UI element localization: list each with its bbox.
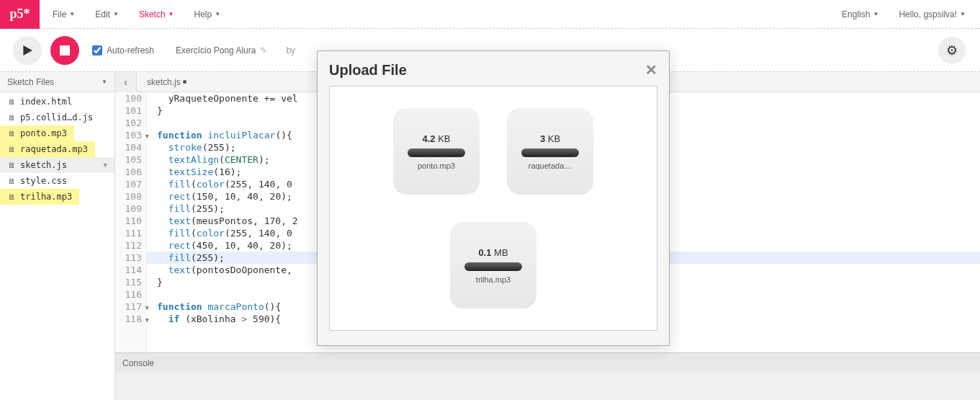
file-item[interactable]: 🗎index.html <box>0 94 114 110</box>
play-icon <box>22 45 32 55</box>
file-name: index.html <box>20 97 72 107</box>
line-number: 100 <box>115 92 142 105</box>
upload-filename: trilha.mp3 <box>476 275 511 284</box>
caret-down-icon: ▼ <box>104 161 107 169</box>
upload-file-card[interactable]: 4.2 KBponto.mp3 <box>393 108 480 195</box>
upload-dropzone[interactable]: 4.2 KBponto.mp33 KBraquetada…0.1 MBtrilh… <box>329 86 657 331</box>
sidebar-header[interactable]: Sketch Files ▼ <box>0 72 114 92</box>
caret-down-icon: ▼ <box>102 79 107 85</box>
sidebar: Sketch Files ▼ 🗎index.html🗎p5.collid…d.j… <box>0 72 115 400</box>
line-number: 114 <box>115 264 142 276</box>
svg-marker-0 <box>23 45 32 55</box>
line-number: 112 <box>115 239 142 252</box>
menu-help-label: Help <box>194 9 212 19</box>
stop-button[interactable] <box>50 36 79 65</box>
modal-title: Upload File <box>329 62 407 79</box>
upload-progress-bar <box>521 148 579 157</box>
stop-icon <box>60 45 70 55</box>
sidebar-title: Sketch Files <box>7 77 54 87</box>
line-number: 107 <box>115 178 142 190</box>
upload-size: 3 KB <box>540 133 560 144</box>
logo[interactable]: p5* <box>0 0 40 29</box>
caret-down-icon: ▼ <box>960 11 966 17</box>
file-name: style.css <box>20 176 67 186</box>
line-number: 115 <box>115 276 142 288</box>
menu-right: English ▼ Hello, gspsilva! ▼ <box>842 9 980 19</box>
sketch-name[interactable]: Exercício Pong Alura ✎ <box>176 45 267 55</box>
user-menu[interactable]: Hello, gspsilva! ▼ <box>899 9 966 19</box>
console-label: Console <box>122 358 154 368</box>
caret-down-icon: ▼ <box>69 11 75 17</box>
upload-filename: ponto.mp3 <box>418 161 455 170</box>
line-number: 113 <box>115 252 142 264</box>
chevron-left-icon: ‹ <box>124 76 127 88</box>
auto-refresh-checkbox[interactable] <box>92 45 102 55</box>
upload-file-card[interactable]: 3 KBraquetada… <box>507 108 593 195</box>
line-number: 103▼ <box>115 129 142 141</box>
collapse-sidebar-button[interactable]: ‹ <box>115 72 137 92</box>
line-number: 101 <box>115 105 142 117</box>
menu-file-label: File <box>53 9 66 19</box>
menu-edit-label: Edit <box>95 9 110 19</box>
tab-sketch-js[interactable]: sketch.js <box>137 72 197 92</box>
file-item[interactable]: 🗎style.css <box>0 173 114 189</box>
caret-down-icon: ▼ <box>873 11 878 17</box>
menu-file[interactable]: File ▼ <box>53 9 75 19</box>
file-name: sketch.js <box>20 160 67 170</box>
line-number: 106 <box>115 166 142 178</box>
modal-close-button[interactable]: ✕ <box>645 61 657 79</box>
line-number: 117▼ <box>115 301 142 313</box>
file-icon: 🗎 <box>7 113 16 123</box>
line-number: 109 <box>115 203 142 215</box>
language-label: English <box>842 9 870 19</box>
file-icon: 🗎 <box>7 161 16 170</box>
line-number: 102 <box>115 117 142 129</box>
line-number: 111 <box>115 227 142 239</box>
file-name: p5.collid…d.js <box>20 112 93 123</box>
pencil-icon[interactable]: ✎ <box>260 45 267 55</box>
line-number: 104 <box>115 141 142 154</box>
upload-size: 0.1 MB <box>478 247 508 258</box>
language-selector[interactable]: English ▼ <box>842 9 878 19</box>
user-greeting: Hello, gspsilva! <box>899 9 957 19</box>
menu-edit[interactable]: Edit ▼ <box>95 9 119 19</box>
gear-icon: ⚙ <box>946 43 958 58</box>
sketch-name-text: Exercício Pong Alura <box>176 45 256 55</box>
file-icon: 🗎 <box>7 192 16 202</box>
caret-down-icon: ▼ <box>168 11 174 17</box>
file-name: trilha.mp3 <box>20 192 72 202</box>
console-header[interactable]: Console <box>115 352 980 373</box>
main-menu: File ▼ Edit ▼ Sketch ▼ Help ▼ <box>40 9 220 19</box>
menu-sketch[interactable]: Sketch ▼ <box>139 9 174 19</box>
topbar: p5* File ▼ Edit ▼ Sketch ▼ Help ▼ Englis… <box>0 0 980 29</box>
caret-down-icon: ▼ <box>113 11 119 17</box>
file-item[interactable]: 🗎trilha.mp3 <box>0 189 79 205</box>
line-number: 110 <box>115 215 142 227</box>
file-item[interactable]: 🗎sketch.js▼ <box>0 157 114 173</box>
file-name: ponto.mp3 <box>20 128 67 138</box>
close-icon: ✕ <box>645 62 657 78</box>
file-icon: 🗎 <box>7 97 16 107</box>
auto-refresh-label: Auto-refresh <box>107 45 154 55</box>
upload-progress-bar <box>464 262 522 271</box>
file-icon: 🗎 <box>7 145 16 154</box>
upload-progress-bar <box>408 148 465 157</box>
upload-file-card[interactable]: 0.1 MBtrilha.mp3 <box>450 222 536 308</box>
file-item[interactable]: 🗎ponto.mp3 <box>0 125 74 141</box>
settings-button[interactable]: ⚙ <box>938 37 966 64</box>
file-name: raquetada.mp3 <box>20 144 88 154</box>
auto-refresh-toggle[interactable]: Auto-refresh <box>92 45 154 55</box>
file-list: 🗎index.html🗎p5.collid…d.js🗎ponto.mp3🗎raq… <box>0 92 114 206</box>
file-item[interactable]: 🗎raquetada.mp3 <box>0 141 95 157</box>
sketch-author-prefix: by <box>286 45 295 55</box>
line-gutter: 100101102103▼104105106107108109110111112… <box>115 92 147 352</box>
caret-down-icon: ▼ <box>215 11 220 17</box>
file-item[interactable]: 🗎p5.collid…d.js <box>0 110 114 125</box>
line-number: 105 <box>115 154 142 166</box>
menu-help[interactable]: Help ▼ <box>194 9 220 19</box>
play-button[interactable] <box>13 36 42 65</box>
console-body <box>115 373 980 400</box>
file-icon: 🗎 <box>7 177 16 186</box>
file-icon: 🗎 <box>7 129 16 138</box>
line-number: 118▼ <box>115 313 142 325</box>
